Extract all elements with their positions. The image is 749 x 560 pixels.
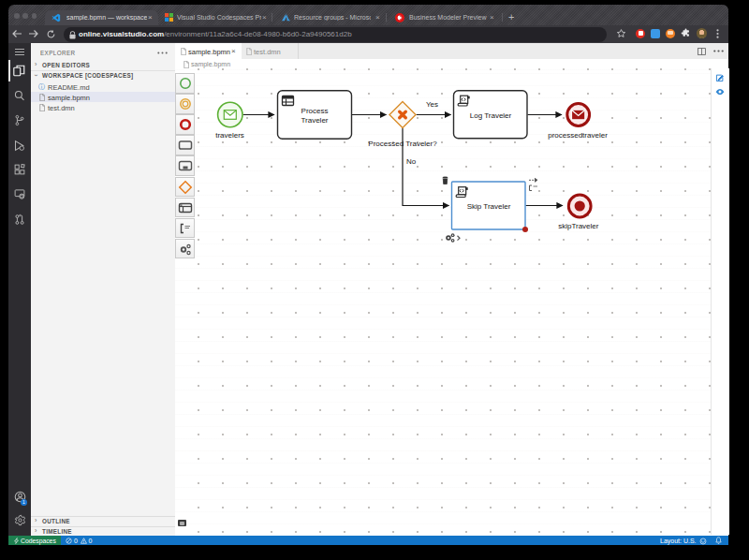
svg-text:Process: Process [301,107,329,115]
svg-text:Skip Traveler: Skip Traveler [467,202,511,211]
svg-text:travelers: travelers [215,131,244,140]
svg-text:Traveler: Traveler [301,116,328,125]
svg-text:processedtraveler: processedtraveler [548,131,608,140]
svg-text:skipTraveler: skipTraveler [558,222,599,230]
svg-text:No: No [406,157,417,166]
svg-text:Log Traveler: Log Traveler [470,111,512,120]
svg-text:Yes: Yes [426,100,438,109]
svg-text:Processed Traveler?: Processed Traveler? [368,140,437,148]
